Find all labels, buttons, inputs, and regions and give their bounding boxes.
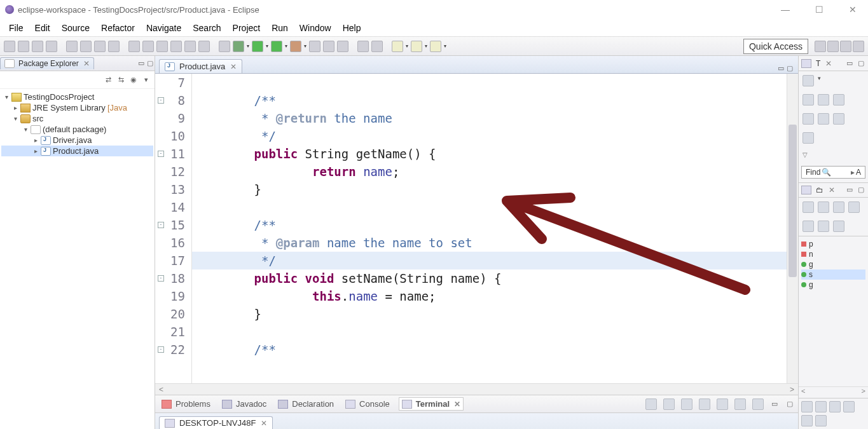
debug-drop[interactable]	[233, 41, 244, 52]
annotation-next[interactable]	[371, 41, 383, 52]
code-line[interactable]	[192, 323, 787, 341]
outline-hide-icon[interactable]	[833, 201, 844, 213]
maximize-button[interactable]: ☐	[809, 2, 830, 17]
code-line[interactable]: }	[192, 305, 787, 323]
java-perspective-icon[interactable]	[827, 41, 839, 52]
code-line[interactable]: public String getName() {	[192, 145, 787, 163]
code-line[interactable]: */	[192, 127, 787, 145]
outline-hscroll[interactable]: < >	[799, 386, 868, 398]
outline-hide-nonpub-icon[interactable]	[818, 221, 829, 232]
menu-search[interactable]: Search	[188, 21, 226, 35]
twisty-closed-icon[interactable]: ▸	[31, 137, 41, 144]
save-button[interactable]	[18, 41, 29, 52]
wizard-button-2[interactable]	[198, 41, 210, 52]
focus-task-icon[interactable]: ◉	[129, 76, 138, 85]
link-editor-icon[interactable]: ⇆	[116, 76, 125, 85]
menu-project[interactable]: Project	[228, 21, 266, 35]
minimize-editor-button[interactable]: ▭	[776, 64, 785, 73]
run-drop[interactable]	[252, 41, 263, 52]
task-presentation-icon[interactable]	[803, 132, 814, 144]
outline-focus-icon[interactable]	[848, 201, 860, 213]
code-content[interactable]: /** * @return the name */ public String …	[192, 74, 787, 383]
view-menu-icon[interactable]: ▾	[142, 76, 151, 85]
run-button[interactable]	[108, 41, 120, 52]
javadoc-tab[interactable]: Javadoc	[219, 398, 269, 410]
scroll-right-icon[interactable]: >	[862, 387, 865, 398]
open-type-button[interactable]	[66, 41, 78, 52]
close-icon[interactable]: ✕	[83, 59, 90, 68]
outline-hide-static-icon[interactable]	[803, 221, 814, 232]
terminal-tool-1[interactable]	[645, 398, 657, 410]
code-line[interactable]: /**	[192, 341, 787, 358]
code-line[interactable]	[192, 74, 787, 92]
close-button[interactable]: ✕	[843, 2, 863, 17]
debug-perspective-icon[interactable]	[840, 41, 851, 52]
menu-file[interactable]: File	[4, 21, 29, 35]
open-task-button[interactable]	[323, 41, 334, 52]
twisty-open-icon[interactable]: ▾	[20, 126, 31, 133]
new-button[interactable]	[4, 41, 15, 52]
close-icon[interactable]: ✕	[261, 419, 267, 428]
close-icon[interactable]: ✕	[454, 400, 460, 409]
code-line[interactable]: /**	[192, 216, 787, 234]
tree-file-product[interactable]: ▸ Product.java	[1, 146, 153, 156]
code-line[interactable]: }	[192, 180, 787, 198]
terminal-tool-5[interactable]	[717, 398, 728, 410]
search-button[interactable]	[337, 41, 348, 52]
menu-navigate[interactable]: Navigate	[141, 21, 186, 35]
maximize-editor-button[interactable]: ▢	[785, 64, 794, 73]
code-line[interactable]	[192, 198, 787, 216]
vertical-scrollbar[interactable]	[787, 74, 798, 383]
package-explorer-tab[interactable]: Package Explorer ✕	[0, 57, 94, 69]
twisty-closed-icon[interactable]: ▸	[31, 147, 41, 154]
task-focus-icon[interactable]	[833, 94, 844, 106]
outline-item[interactable]: g	[801, 280, 865, 290]
save-all-button[interactable]	[32, 41, 43, 52]
outline-sort-icon[interactable]	[803, 201, 814, 213]
minimize-outline-button[interactable]: ▭	[845, 186, 854, 194]
new-java-button[interactable]	[309, 41, 320, 52]
find-input[interactable]: Find 🔍 ▸ A	[801, 166, 865, 179]
menu-run[interactable]: Run	[266, 21, 293, 35]
code-line[interactable]: */	[192, 252, 787, 269]
code-line[interactable]: this.name = name;	[192, 287, 787, 305]
tree-jre[interactable]: ▸ JRE System Library [Java	[1, 102, 153, 113]
code-line[interactable]: * @param name the name to set	[192, 234, 787, 252]
maximize-view-button[interactable]: ▢	[146, 59, 155, 68]
scroll-left-icon[interactable]: <	[801, 387, 805, 398]
task-list-tab[interactable]: T	[816, 59, 820, 68]
rb-tool-6[interactable]	[815, 415, 827, 426]
forward-button[interactable]	[411, 41, 422, 52]
minimize-view-button[interactable]: ▭	[137, 59, 146, 68]
fold-marker-icon[interactable]: -	[158, 222, 164, 228]
collapse-all-icon[interactable]: ⇄	[104, 76, 113, 85]
tree-default-package[interactable]: ▾ (default package)	[1, 124, 153, 135]
tree-project[interactable]: ▾ TestingDocsProject	[1, 92, 153, 102]
back-button[interactable]	[392, 41, 403, 52]
marker-button[interactable]	[142, 41, 154, 52]
minimize-right-button[interactable]: ▭	[845, 59, 854, 68]
close-icon[interactable]: ✕	[829, 186, 835, 194]
maximize-outline-button[interactable]: ▢	[857, 186, 865, 194]
maximize-bottom-button[interactable]: ▢	[785, 400, 794, 409]
quick-access[interactable]: Quick Access	[743, 39, 808, 54]
menu-help[interactable]: Help	[338, 21, 366, 35]
build-button[interactable]	[46, 41, 57, 52]
tree-file-driver[interactable]: ▸ Driver.java	[1, 135, 153, 146]
outline-item[interactable]: g	[801, 259, 865, 269]
code-line[interactable]: * @return the name	[192, 109, 787, 127]
bookmark-button[interactable]	[128, 41, 140, 52]
task-sync-icon[interactable]	[818, 113, 829, 125]
maximize-right-button[interactable]: ▢	[857, 59, 865, 68]
close-icon[interactable]: ✕	[825, 59, 832, 68]
annotation-prev[interactable]	[357, 41, 369, 52]
debug-button[interactable]	[94, 41, 106, 52]
terminal-tab[interactable]: Terminal✕	[399, 397, 464, 411]
fold-marker-icon[interactable]: -	[158, 151, 164, 157]
twisty-open-icon[interactable]: ▾	[10, 115, 20, 122]
code-line[interactable]: public void setName(String name) {	[192, 269, 787, 287]
new-package-button[interactable]	[170, 41, 182, 52]
open-perspective-button[interactable]	[815, 41, 826, 52]
toggle-button[interactable]	[80, 41, 92, 52]
last-edit-button[interactable]	[430, 41, 441, 52]
